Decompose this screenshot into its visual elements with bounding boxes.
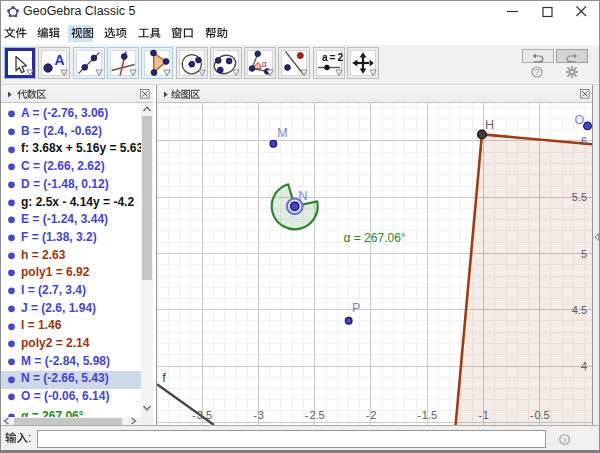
svg-text:- 3: - 3 xyxy=(253,409,264,421)
svg-text:- 3.5: - 3.5 xyxy=(192,409,212,421)
svg-text:M: M xyxy=(277,126,287,140)
svg-text:α: α xyxy=(262,59,267,69)
svg-text:5.5: 5.5 xyxy=(572,191,587,203)
svg-text:?: ? xyxy=(535,67,540,77)
svg-text:- 0.5: - 0.5 xyxy=(530,409,550,421)
svg-text:4: 4 xyxy=(581,360,587,372)
svg-text:- 2: - 2 xyxy=(366,409,377,421)
svg-text:4.5: 4.5 xyxy=(572,304,587,316)
svg-text:a = 2: a = 2 xyxy=(322,52,343,63)
svg-text:α = 267.06°: α = 267.06° xyxy=(344,231,406,245)
svg-text:P: P xyxy=(352,301,360,315)
svg-text:O: O xyxy=(575,113,585,127)
svg-text:5: 5 xyxy=(581,248,587,260)
svg-text:- 1: - 1 xyxy=(478,409,489,421)
svg-text:f: f xyxy=(162,371,166,385)
svg-text:H: H xyxy=(485,118,494,132)
svg-text:6: 6 xyxy=(581,135,587,147)
svg-text:- 1.5: - 1.5 xyxy=(417,409,437,421)
svg-text:- 2.5: - 2.5 xyxy=(305,409,325,421)
svg-text:A: A xyxy=(55,52,65,68)
svg-text:?: ? xyxy=(562,436,567,445)
